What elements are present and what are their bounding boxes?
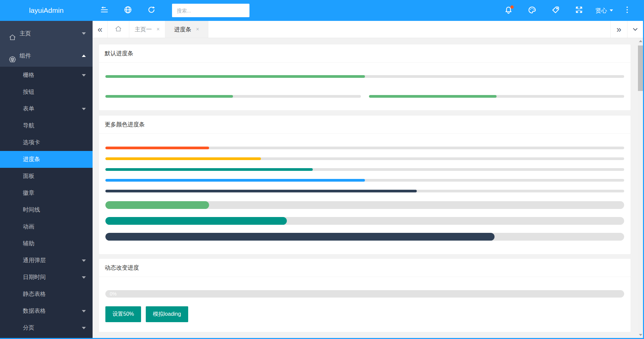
tabs-scroll-right-button[interactable]: » bbox=[610, 21, 627, 38]
progress-bar-blue bbox=[105, 179, 624, 182]
page-tabbar: « 主页一 × 进度条 × » bbox=[93, 21, 643, 38]
sidebar-item-home[interactable]: 主页 bbox=[0, 22, 93, 44]
sidebar-subitem-label: 徽章 bbox=[23, 190, 34, 196]
chevron-down-icon bbox=[610, 9, 613, 11]
simulate-loading-button[interactable]: 模拟loading bbox=[146, 306, 188, 322]
progress-bar bbox=[105, 95, 361, 98]
home-tab-button[interactable] bbox=[108, 21, 129, 38]
sidebar-submenu: 栅格 按钮 表单 导航 选项卡 进度条 面板 bbox=[0, 67, 93, 336]
sidebar-subitem[interactable]: 辅助 bbox=[0, 235, 93, 252]
scrollbar-up-arrow[interactable] bbox=[638, 38, 643, 44]
sidebar-subitem-label: 数据表格 bbox=[23, 308, 46, 314]
palette-icon bbox=[528, 5, 537, 16]
tab-label: 主页一 bbox=[135, 26, 152, 33]
double-chevron-left-icon: « bbox=[98, 25, 102, 34]
progress-bar-orange bbox=[105, 157, 624, 160]
note-button[interactable] bbox=[544, 0, 567, 21]
progress-bar-cyan bbox=[105, 190, 624, 192]
more-dots-icon bbox=[623, 5, 632, 16]
chevron-up-icon bbox=[82, 55, 86, 57]
chevron-down-icon bbox=[82, 276, 86, 279]
sidebar-subitem[interactable]: 数据表格 bbox=[0, 303, 93, 319]
sidebar-subitem[interactable]: 表单 bbox=[0, 100, 93, 117]
globe-icon bbox=[124, 5, 132, 16]
sidebar-subitem[interactable]: 分页 bbox=[0, 319, 93, 336]
close-icon[interactable]: × bbox=[157, 26, 160, 32]
set-50-percent-button[interactable]: 设置50% bbox=[105, 306, 141, 322]
card-default-progress: 默认进度条 bbox=[99, 44, 631, 110]
sidebar-subitem[interactable]: 静态表格 bbox=[0, 286, 93, 303]
progress-bar bbox=[105, 75, 624, 78]
progress-bar-green bbox=[105, 168, 624, 171]
tabs-scroll-left-button[interactable]: « bbox=[93, 21, 108, 38]
fullscreen-button[interactable] bbox=[567, 0, 591, 21]
header-right-group: 贤心 bbox=[497, 0, 637, 21]
progress-bar-big-teal bbox=[105, 217, 624, 225]
home-icon bbox=[114, 25, 122, 34]
sidebar-subitem-label: 表单 bbox=[23, 105, 34, 112]
scrollbar-down-arrow[interactable] bbox=[638, 332, 643, 338]
sidebar-subitem[interactable]: 动画 bbox=[0, 218, 93, 235]
sidebar-subitem[interactable]: 徽章 bbox=[0, 185, 93, 202]
tab-label: 进度条 bbox=[174, 26, 191, 33]
sidebar-nav: 主页 组件 栅格 按钮 bbox=[0, 21, 93, 339]
sidebar-subitem[interactable]: 时间线 bbox=[0, 202, 93, 218]
sidebar-subitem-label: 通用弹层 bbox=[23, 257, 46, 264]
tab-homepage1[interactable]: 主页一 × bbox=[129, 21, 165, 38]
sidebar-subitem-label: 日期时间 bbox=[23, 274, 46, 280]
theme-button[interactable] bbox=[520, 0, 544, 21]
sidebar-subitem[interactable]: 栅格 bbox=[0, 67, 93, 84]
search-input[interactable] bbox=[172, 4, 249, 17]
sidebar-subitem[interactable]: 选项卡 bbox=[0, 134, 93, 151]
refresh-button[interactable] bbox=[140, 0, 163, 21]
chevron-down-icon bbox=[82, 108, 86, 110]
user-menu[interactable]: 贤心 bbox=[591, 0, 618, 21]
progress-bar-dynamic: 0% bbox=[105, 290, 624, 298]
scrollbar-thumb[interactable] bbox=[638, 45, 643, 91]
progress-percent-label: 0% bbox=[110, 290, 116, 298]
sidebar-subitem[interactable]: 进度条 bbox=[0, 151, 93, 168]
website-button[interactable] bbox=[116, 0, 140, 21]
chevron-down-icon bbox=[82, 74, 86, 76]
sidebar-subitem[interactable]: 按钮 bbox=[0, 84, 93, 100]
chevron-down-icon bbox=[82, 310, 86, 312]
close-icon[interactable]: × bbox=[196, 26, 199, 32]
shrink-right-icon bbox=[100, 5, 109, 16]
sidebar-subitem-label: 选项卡 bbox=[23, 139, 40, 146]
sidebar-subitem-label: 分页 bbox=[23, 325, 34, 331]
more-button[interactable] bbox=[618, 0, 637, 21]
refresh-icon bbox=[147, 5, 156, 16]
sidebar-subitem[interactable]: 通用弹层 bbox=[0, 252, 93, 269]
sidebar-subitem-label: 动画 bbox=[23, 223, 34, 230]
layuiadmin-window: layuiAdmin bbox=[0, 0, 644, 339]
progress-bar bbox=[369, 95, 624, 98]
vertical-scrollbar[interactable] bbox=[638, 38, 643, 338]
collapse-sidebar-button[interactable] bbox=[93, 0, 116, 21]
card-color-progress: 更多颜色进度条 bbox=[99, 116, 631, 254]
notifications-button[interactable] bbox=[497, 0, 520, 21]
chevron-down-icon bbox=[633, 26, 638, 32]
tabs-menu-button[interactable] bbox=[627, 21, 643, 38]
notification-dot-badge bbox=[510, 5, 514, 9]
progress-bar-big-green bbox=[105, 201, 624, 209]
sidebar-item-label: 主页 bbox=[20, 30, 31, 37]
double-chevron-right-icon: » bbox=[616, 25, 621, 34]
sidebar-subitem[interactable]: 面板 bbox=[0, 168, 93, 185]
tabbar-right-controls: » bbox=[610, 21, 643, 38]
card-title: 动态改变进度 bbox=[99, 259, 631, 277]
app-logo: layuiAdmin bbox=[0, 0, 93, 21]
sidebar-subitem-label: 面板 bbox=[23, 173, 34, 179]
sidebar-subitem[interactable]: 导航 bbox=[0, 117, 93, 134]
progress-bar-big-cyan bbox=[105, 233, 624, 241]
tab-progress-active[interactable]: 进度条 × bbox=[165, 21, 208, 38]
card-dynamic-progress: 动态改变进度 0% 设置50% 模拟loading bbox=[99, 259, 631, 332]
sidebar-subitem-label: 按钮 bbox=[23, 89, 34, 95]
main-content: 默认进度条 更多颜色进度条 动态改 bbox=[93, 38, 638, 338]
sidebar-item-components[interactable]: 组件 bbox=[0, 44, 93, 67]
chevron-down-icon bbox=[82, 259, 86, 262]
sidebar-subitem[interactable]: 日期时间 bbox=[0, 269, 93, 286]
fullscreen-icon bbox=[575, 5, 583, 16]
sidebar-subitem-label: 辅助 bbox=[23, 240, 34, 247]
sidebar-subitem-label: 进度条 bbox=[23, 156, 40, 162]
sidebar-subitem-label: 时间线 bbox=[23, 207, 40, 213]
